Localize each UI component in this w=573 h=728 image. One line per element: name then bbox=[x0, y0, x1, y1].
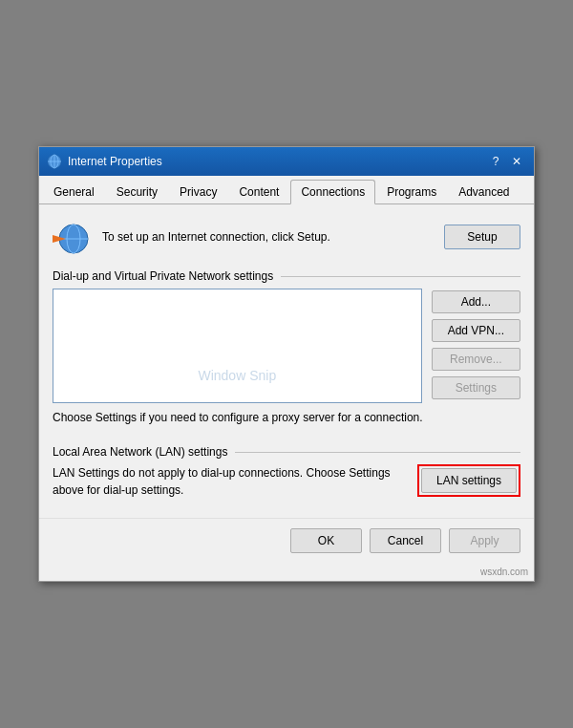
tab-security[interactable]: Security bbox=[106, 180, 168, 204]
title-bar-controls: ? ✕ bbox=[486, 152, 526, 171]
tab-content[interactable]: Content bbox=[228, 180, 289, 204]
watermark: wsxdn.com bbox=[39, 565, 534, 581]
tab-general[interactable]: General bbox=[43, 180, 105, 204]
vpn-listbox[interactable]: Window Snip bbox=[53, 289, 422, 403]
window-title: Internet Properties bbox=[68, 155, 162, 168]
footer-buttons: OK Cancel Apply bbox=[39, 518, 534, 565]
vpn-buttons: Add... Add VPN... Remove... Settings bbox=[432, 289, 520, 403]
close-button[interactable]: ✕ bbox=[507, 152, 526, 171]
lan-inner: LAN Settings do not apply to dial-up con… bbox=[53, 464, 520, 499]
help-button[interactable]: ? bbox=[486, 152, 505, 171]
title-bar-left: Internet Properties bbox=[47, 154, 162, 169]
lan-settings-button[interactable]: LAN settings bbox=[421, 468, 517, 493]
tab-programs[interactable]: Programs bbox=[376, 180, 447, 204]
tabs-bar: General Security Privacy Content Connect… bbox=[39, 176, 534, 204]
title-bar: Internet Properties ? ✕ bbox=[39, 147, 534, 176]
vpn-section-label: Dial-up and Virtual Private Network sett… bbox=[53, 269, 520, 283]
window-icon bbox=[47, 154, 62, 169]
lan-section-label: Local Area Network (LAN) settings bbox=[53, 445, 520, 459]
setup-button[interactable]: Setup bbox=[444, 225, 520, 249]
vpn-section: Dial-up and Virtual Private Network sett… bbox=[53, 269, 520, 426]
listbox-watermark: Window Snip bbox=[198, 368, 276, 383]
lan-button-wrapper: LAN settings bbox=[417, 464, 520, 497]
proxy-description: Choose Settings if you need to configure… bbox=[53, 409, 520, 426]
tab-advanced[interactable]: Advanced bbox=[448, 180, 520, 204]
add-vpn-button[interactable]: Add VPN... bbox=[432, 319, 520, 342]
setup-description: To set up an Internet connection, click … bbox=[102, 229, 433, 246]
tab-privacy[interactable]: Privacy bbox=[169, 180, 227, 204]
globe-arrow-icon bbox=[53, 218, 91, 256]
cancel-button[interactable]: Cancel bbox=[370, 528, 441, 553]
setup-row: To set up an Internet connection, click … bbox=[53, 218, 520, 256]
lan-section: Local Area Network (LAN) settings LAN Se… bbox=[53, 445, 520, 499]
tab-connections[interactable]: Connections bbox=[290, 180, 375, 204]
ok-button[interactable]: OK bbox=[290, 528, 362, 553]
internet-properties-window: Internet Properties ? ✕ General Security… bbox=[38, 146, 535, 582]
add-button[interactable]: Add... bbox=[432, 290, 520, 313]
settings-button[interactable]: Settings bbox=[432, 376, 520, 399]
remove-button[interactable]: Remove... bbox=[432, 348, 520, 371]
tab-content-area: To set up an Internet connection, click … bbox=[39, 204, 534, 508]
vpn-inner: Window Snip Add... Add VPN... Remove... … bbox=[53, 289, 520, 403]
lan-description: LAN Settings do not apply to dial-up con… bbox=[53, 464, 408, 499]
apply-button[interactable]: Apply bbox=[449, 528, 520, 553]
